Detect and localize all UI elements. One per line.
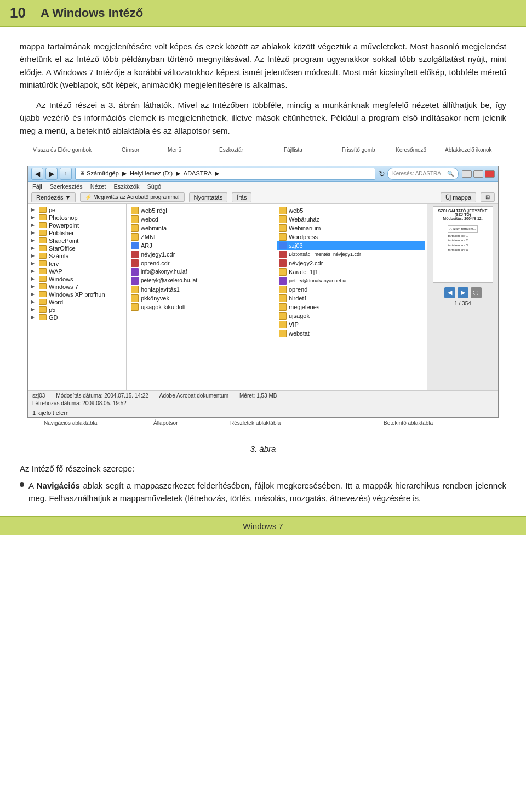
nav-folder-word[interactable]: ▶ Word (28, 298, 126, 306)
file-info-iaf[interactable]: info@akonyv.hu.iaf (129, 268, 277, 276)
nav-folder-publisher[interactable]: ▶ Publisher (28, 229, 126, 237)
file-petery-iaf[interactable]: petery@dunakanyar.net.iaf (277, 276, 425, 285)
file-vip[interactable]: VIP (277, 320, 425, 329)
paragraph-2: Az Intéző részei a 3. ábrán láthatók. Mi… (20, 99, 506, 137)
menu-file[interactable]: Fájl (32, 183, 42, 190)
back-button[interactable]: ◀ (31, 168, 43, 180)
minimize-button[interactable] (462, 170, 472, 178)
preview-doc-header: SZOLGÁLTATÓ JEGYZÉKE(SZJ-TÖ)Módosítás: 2… (436, 209, 490, 222)
folder-arrow-gd: ▶ (31, 315, 37, 320)
folder-icon-wp (279, 233, 287, 241)
folder-arrow-wap: ▶ (31, 269, 37, 274)
explorer-toolbar: Rendezés ▼ ⚡ Megnyitás az Acrobat9 progr… (28, 191, 498, 204)
file-pkkonyvek[interactable]: pkkönyvek (129, 294, 277, 303)
folder-icon-webminta (131, 224, 139, 232)
file-wordpress[interactable]: Wordpress (277, 232, 425, 241)
status-text: 1 kijelölt elem (32, 410, 69, 416)
nav-folder-photoshop[interactable]: ▶ Photoshop (28, 214, 126, 222)
toolbar-print[interactable]: Nyomtatás (189, 192, 228, 202)
file-ujsagok[interactable]: ujsagok (277, 311, 425, 320)
file-webminta[interactable]: webminta (129, 224, 277, 232)
menu-edit[interactable]: Szerkesztés (50, 183, 83, 190)
file-honlapjavitas[interactable]: honlapjavítás1 (129, 285, 277, 294)
file-oprend[interactable]: oprend (277, 285, 425, 294)
folder-icon-win (39, 276, 47, 282)
preview-next-button[interactable]: ▶ (458, 287, 468, 298)
toolbar-new-folder[interactable]: Új mappa (441, 192, 476, 202)
label-details-panel: Részletek ablaktábla (230, 420, 281, 426)
cdr-icon-nev2 (279, 259, 287, 267)
up-button[interactable]: ↑ (60, 168, 72, 180)
file-webaruhaz[interactable]: Webáruház (277, 215, 425, 224)
menu-help[interactable]: Súgó (147, 183, 161, 190)
nav-folder-powerpoint[interactable]: ▶ Powerpoint (28, 222, 126, 229)
folder-arrow-win: ▶ (31, 276, 37, 281)
nav-label-pp: Powerpoint (49, 222, 79, 229)
label-search: Keresőmező (396, 147, 426, 153)
nav-folder-pe[interactable]: ▶ pe (28, 206, 126, 214)
preview-prev-button[interactable]: ◀ (444, 287, 455, 298)
close-button[interactable] (485, 170, 495, 178)
nav-folder-szamla[interactable]: ▶ Számla (28, 252, 126, 260)
file-peteryk-iaf[interactable]: peteryk@axelero.hu.iaf (129, 276, 277, 285)
cdr-icon-oprend (131, 259, 139, 267)
file-biztonsagi-cdr[interactable]: Biztonsági_mentés_névjegy1.cdr (277, 250, 425, 259)
folder-icon-wd (39, 299, 47, 305)
file-zmne[interactable]: ZMNE (129, 232, 277, 241)
folder-icon-sz (39, 253, 47, 259)
nav-folder-sharepoint[interactable]: ▶ SharePoint (28, 237, 126, 245)
labels-above-row: Vissza és Előre gombok Címsor Menü Eszkö… (27, 147, 499, 166)
folder-icon-pkk (131, 294, 139, 302)
file-web5[interactable]: web5 (277, 206, 425, 215)
refresh-btn[interactable]: ↻ (379, 169, 385, 178)
file-ujsagok-kik[interactable]: ujsagok-kikuldott (129, 303, 277, 311)
files-panel[interactable]: web5 régi webcd webminta ZMNE ARJ névjeg… (127, 204, 427, 390)
navigation-panel[interactable]: ▶ pe ▶ Photoshop ▶ Powerpoint ▶ (28, 204, 127, 390)
nav-folder-windows[interactable]: ▶ Windows (28, 275, 126, 283)
nav-folder-wap[interactable]: ▶ WAP (28, 268, 126, 275)
menu-tools[interactable]: Eszközök (113, 183, 139, 190)
file-szj03[interactable]: szj03 (277, 241, 425, 250)
titlebar-left: ◀ ▶ ↑ (31, 168, 72, 180)
search-bar[interactable]: Keresés: ADASTRA 🔍 (387, 168, 459, 180)
nav-folder-winxp[interactable]: ▶ Windows XP profhun (28, 291, 126, 298)
file-arj[interactable]: ARJ (129, 241, 277, 250)
folder-arrow-tv: ▶ (31, 261, 37, 266)
nav-folder-p5[interactable]: ▶ p5 (28, 306, 126, 314)
file-webinarium[interactable]: Webinarium (277, 224, 425, 232)
file-oprendcdr[interactable]: oprend.cdr (129, 259, 277, 268)
maximize-button[interactable] (473, 170, 483, 178)
preview-fullscreen-button[interactable]: ⛶ (471, 287, 482, 298)
label-filelist: Fájllista (284, 147, 302, 153)
file-nevjegy1cdr[interactable]: névjegy1.cdr (129, 250, 277, 259)
file-webstat[interactable]: webstat (277, 329, 425, 338)
toolbar-arrange[interactable]: Rendezés ▼ (31, 192, 76, 202)
file-webcd[interactable]: webcd (129, 215, 277, 224)
paragraph-1: mappa tartalmának megjelenítésére volt k… (20, 40, 506, 91)
folder-icon-zmne (131, 233, 139, 241)
nav-folder-gd[interactable]: ▶ GD (28, 314, 126, 321)
nav-folder-staroffice[interactable]: ▶ StarOffice (28, 245, 126, 252)
toolbar-view-icons[interactable]: ⊞ (481, 192, 495, 202)
forward-button[interactable]: ▶ (45, 168, 58, 180)
nav-folder-terv[interactable]: ▶ terv (28, 260, 126, 268)
nav-folder-windows7[interactable]: ▶ Windows 7 (28, 283, 126, 291)
file-megjelenes[interactable]: megjelenés (277, 303, 425, 311)
toolbar-write[interactable]: Írás (232, 192, 251, 202)
file-detail-type: Adobe Acrobat dokumentum (159, 393, 228, 399)
label-toolbar: Eszköztár (219, 147, 243, 153)
file-nevjegy2cdr[interactable]: névjegy2.cdr (277, 259, 425, 268)
file-web5regi[interactable]: web5 régi (129, 206, 277, 215)
menu-view[interactable]: Nézet (90, 183, 106, 190)
figure-caption: 3. ábra (0, 444, 526, 453)
folder-icon-xp (39, 291, 47, 297)
files-column-2: web5 Webáruház Webinarium Wordpress szj0… (277, 206, 425, 338)
preview-panel: SZOLGÁLTATÓ JEGYZÉKE(SZJ-TÖ)Módosítás: 2… (427, 204, 498, 390)
file-karate[interactable]: Karate_1[1] (277, 268, 425, 276)
folder-icon-wba (279, 215, 287, 223)
toolbar-open-acrobat[interactable]: ⚡ Megnyitás az Acrobat9 programmal (80, 192, 184, 202)
nav-label-ps: Photoshop (49, 214, 78, 221)
file-hirdet1[interactable]: hirdet1 (277, 294, 425, 303)
address-bar[interactable]: 🖥 Számítógép ▶ Helyi lemez (D:) ▶ ADASTR… (75, 168, 375, 180)
folder-icon-ujs (279, 312, 287, 320)
